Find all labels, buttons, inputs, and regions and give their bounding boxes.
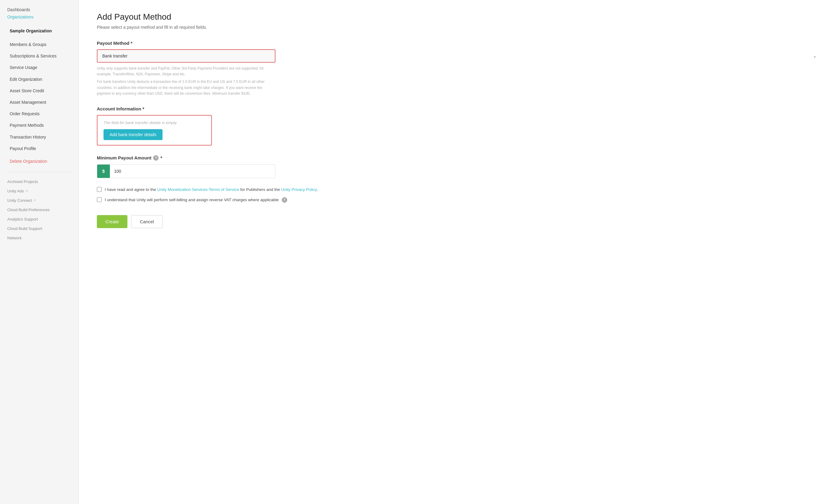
form-buttons: Create Cancel	[97, 215, 821, 228]
cancel-button[interactable]: Cancel	[131, 215, 163, 228]
sidebar-item-delete-organization[interactable]: Delete Organization	[0, 156, 78, 167]
org-name: Sample Organization	[0, 24, 78, 37]
cloud-build-preferences-label: Cloud Build Preferences	[7, 208, 50, 212]
empty-field-text: The field for bank transfer details is e…	[104, 121, 205, 125]
chevron-down-icon: ⌄	[813, 54, 817, 58]
sidebar: Dashboards Organizations Sample Organiza…	[0, 0, 79, 504]
required-star-payout: *	[160, 155, 162, 160]
payout-method-select[interactable]: Bank transfer PayPal	[97, 49, 275, 62]
sidebar-item-unity-ads[interactable]: Unity Ads ↗	[0, 186, 78, 196]
terms-checkbox[interactable]	[97, 187, 102, 192]
sidebar-item-members-groups[interactable]: Members & Groups	[0, 39, 78, 50]
main-content: Add Payout Method Please select a payout…	[79, 0, 839, 504]
account-info-highlight-box: The field for bank transfer details is e…	[97, 115, 212, 145]
payout-input-wrapper: $	[97, 164, 275, 178]
page-title: Add Payout Method	[97, 12, 821, 22]
sidebar-item-payout-profile[interactable]: Payout Profile	[0, 143, 78, 154]
unity-connect-label: Unity Connect	[7, 198, 32, 203]
sidebar-item-edit-organization[interactable]: Edit Organization	[0, 73, 78, 85]
payout-method-dropdown-wrapper: Bank transfer PayPal ⌄	[97, 49, 821, 62]
page-subtitle: Please select a payout method and fill i…	[97, 25, 821, 30]
min-payout-label: Minimum Payout Amount ? *	[97, 155, 821, 161]
vat-checkbox-row[interactable]: I understand that Unity will perform sel…	[97, 197, 821, 203]
external-link-icon: ↗	[33, 198, 36, 202]
min-payout-input[interactable]	[110, 166, 275, 177]
dollar-icon: $	[97, 165, 110, 178]
sidebar-item-transaction-history[interactable]: Transaction History	[0, 131, 78, 143]
network-label: Network	[7, 236, 22, 240]
terms-checkbox-text: I have read and agree to the Unity Monet…	[105, 187, 318, 193]
hint-line2: For bank transfers Unity deducts a trans…	[97, 79, 275, 96]
sidebar-item-order-requests[interactable]: Order Requests	[0, 108, 78, 120]
sidebar-item-cloud-build-support[interactable]: Cloud Build Support	[0, 224, 78, 233]
vat-checkbox-text: I understand that Unity will perform sel…	[105, 197, 287, 203]
required-star: *	[131, 40, 132, 46]
unity-ads-label: Unity Ads	[7, 189, 24, 193]
vat-help-icon[interactable]: ?	[282, 197, 287, 203]
sidebar-item-analytics-support[interactable]: Analytics Support	[0, 215, 78, 224]
sidebar-item-archived-projects[interactable]: Archived Projects	[0, 177, 78, 186]
hint-line1: Unity only supports bank transfer and Pa…	[97, 66, 275, 77]
sidebar-item-subscriptions-services[interactable]: Subscriptions & Services	[0, 50, 78, 62]
terms-of-service-link[interactable]: Unity Monetization Services Terms of Ser…	[157, 187, 239, 192]
vat-checkbox[interactable]	[97, 197, 102, 202]
payout-method-section: Payout Method * Bank transfer PayPal ⌄ U…	[97, 40, 821, 96]
terms-checkbox-row[interactable]: I have read and agree to the Unity Monet…	[97, 187, 821, 193]
sidebar-item-unity-connect[interactable]: Unity Connect ↗	[0, 196, 78, 205]
min-payout-section: Minimum Payout Amount ? * $	[97, 155, 821, 178]
account-info-section: Account Information * The field for bank…	[97, 106, 821, 145]
payout-method-label: Payout Method *	[97, 40, 821, 46]
required-star-account: *	[143, 106, 144, 111]
add-bank-transfer-button[interactable]: Add bank transfer details	[104, 129, 162, 140]
sidebar-divider	[7, 172, 71, 172]
checkboxes-section: I have read and agree to the Unity Monet…	[97, 187, 821, 203]
external-link-icon: ↗	[25, 189, 28, 193]
create-button[interactable]: Create	[97, 215, 127, 228]
sidebar-item-asset-management[interactable]: Asset Management	[0, 96, 78, 108]
sidebar-item-asset-store-credit[interactable]: Asset Store Credit	[0, 85, 78, 96]
sidebar-bottom: Archived Projects Unity Ads ↗ Unity Conn…	[0, 176, 78, 244]
sidebar-dashboards[interactable]: Dashboards	[7, 7, 71, 12]
cloud-build-support-label: Cloud Build Support	[7, 226, 42, 231]
sidebar-item-cloud-build-preferences[interactable]: Cloud Build Preferences	[0, 205, 78, 215]
analytics-support-label: Analytics Support	[7, 217, 38, 221]
sidebar-item-payment-methods[interactable]: Payment Methods	[0, 120, 78, 131]
sidebar-item-service-usage[interactable]: Service Usage	[0, 62, 78, 73]
account-info-label: Account Information *	[97, 106, 821, 111]
archived-projects-label: Archived Projects	[7, 179, 38, 184]
help-icon[interactable]: ?	[153, 155, 159, 161]
sidebar-item-network[interactable]: Network	[0, 233, 78, 242]
privacy-policy-link[interactable]: Unity Privacy Policy	[281, 187, 317, 192]
sidebar-nav: Members & Groups Subscriptions & Service…	[0, 37, 78, 168]
sidebar-organizations[interactable]: Organizations	[7, 15, 71, 19]
